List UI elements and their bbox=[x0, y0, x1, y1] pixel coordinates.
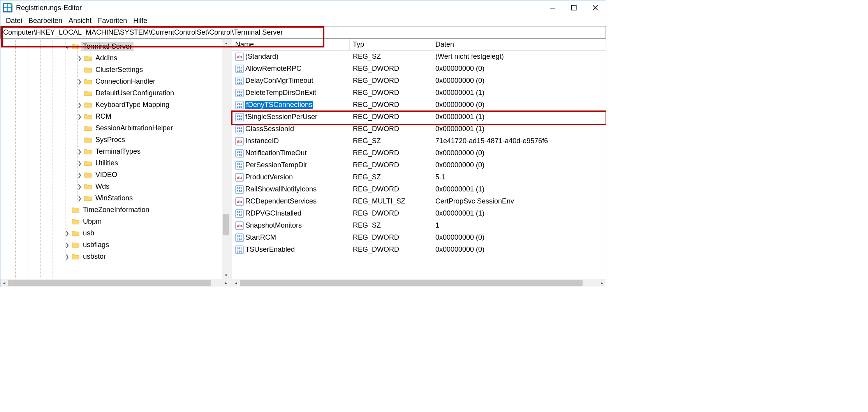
tree-item[interactable]: VIDEO bbox=[0, 169, 222, 181]
value-row[interactable]: GlassSessionIdREG_DWORD0x00000001 (1) bbox=[232, 123, 606, 135]
tree-item[interactable]: AddIns bbox=[0, 52, 222, 64]
tree-item[interactable]: SessionArbitrationHelper bbox=[0, 122, 222, 134]
scroll-left-icon[interactable]: ◂ bbox=[0, 279, 8, 287]
expander-icon[interactable] bbox=[75, 160, 84, 166]
value-name: AllowRemoteRPC bbox=[245, 65, 301, 73]
expander-icon[interactable] bbox=[75, 149, 84, 154]
values-horizontal-scrollbar[interactable]: ◂ ▸ bbox=[232, 279, 606, 287]
value-name: TSUserEnabled bbox=[245, 245, 295, 254]
tree-item[interactable]: ClusterSettings bbox=[0, 64, 222, 75]
folder-icon bbox=[71, 252, 80, 260]
expander-icon[interactable] bbox=[63, 230, 71, 236]
value-row[interactable]: RCDependentServicesREG_MULTI_SZCertPropS… bbox=[232, 195, 606, 207]
tree-item[interactable]: usb bbox=[0, 227, 222, 239]
tree-item[interactable]: TerminalTypes bbox=[0, 146, 222, 157]
scroll-left-icon[interactable]: ◂ bbox=[232, 279, 240, 287]
value-row[interactable]: TSUserEnabledREG_DWORD0x00000000 (0) bbox=[232, 244, 606, 256]
scroll-down-icon[interactable]: ▾ bbox=[222, 271, 230, 279]
menu-help[interactable]: Hilfe bbox=[130, 16, 150, 26]
tree-item[interactable]: TimeZoneInformation bbox=[0, 204, 222, 216]
value-row[interactable]: NotificationTimeOutREG_DWORD0x00000000 (… bbox=[232, 147, 606, 159]
tree-item[interactable]: usbstor bbox=[0, 251, 222, 262]
tree-item-label: SysProcs bbox=[94, 135, 127, 144]
value-type: REG_DWORD bbox=[350, 245, 432, 254]
value-type: REG_DWORD bbox=[350, 161, 432, 169]
tree-item[interactable]: Ubpm bbox=[0, 216, 222, 227]
value-row[interactable]: RailShowallNotifyIconsREG_DWORD0x0000000… bbox=[232, 183, 606, 195]
column-header-type[interactable]: Typ bbox=[350, 39, 432, 50]
value-row[interactable]: fSingleSessionPerUserREG_DWORD0x00000001… bbox=[232, 111, 606, 123]
expander-icon[interactable] bbox=[75, 55, 84, 61]
value-row[interactable]: InstanceIDREG_SZ71e41720-ad15-4871-a40d-… bbox=[232, 135, 606, 147]
value-data: 0x00000000 (0) bbox=[432, 77, 606, 85]
expander-icon[interactable] bbox=[63, 254, 71, 259]
content-area: Terminal ServerAddInsClusterSettingsConn… bbox=[0, 39, 606, 287]
value-name: GlassSessionId bbox=[245, 125, 294, 133]
scroll-right-icon[interactable]: ▸ bbox=[598, 279, 606, 287]
expander-icon[interactable] bbox=[75, 79, 84, 84]
maximize-button[interactable] bbox=[563, 0, 585, 15]
tree-item[interactable]: Terminal Server bbox=[0, 40, 222, 52]
expander-icon[interactable] bbox=[75, 195, 84, 201]
scroll-thumb[interactable] bbox=[223, 214, 229, 235]
tree-horizontal-scrollbar[interactable]: ◂ ▸ bbox=[0, 279, 230, 287]
value-row[interactable]: fDenyTSConnectionsREG_DWORD0x00000000 (0… bbox=[232, 99, 606, 111]
value-name: fDenyTSConnections bbox=[245, 101, 313, 109]
close-button[interactable] bbox=[585, 0, 606, 15]
menu-file[interactable]: Datei bbox=[3, 16, 25, 26]
column-header-data[interactable]: Daten bbox=[432, 39, 606, 50]
values-header: Name Typ Daten bbox=[232, 39, 606, 51]
value-row[interactable]: ProductVersionREG_SZ5.1 bbox=[232, 171, 606, 183]
value-row[interactable]: PerSessionTempDirREG_DWORD0x00000000 (0) bbox=[232, 159, 606, 171]
minimize-button[interactable] bbox=[542, 0, 563, 15]
folder-icon bbox=[71, 206, 80, 214]
menu-favorites[interactable]: Favoriten bbox=[95, 16, 130, 26]
tree-item-label: AddIns bbox=[94, 54, 119, 63]
folder-icon bbox=[84, 54, 92, 62]
reg-sz-icon bbox=[235, 173, 244, 182]
tree-item[interactable]: RCM bbox=[0, 110, 222, 122]
tree-item[interactable]: DefaultUserConfiguration bbox=[0, 87, 222, 99]
value-row[interactable]: DeleteTempDirsOnExitREG_DWORD0x00000001 … bbox=[232, 87, 606, 99]
scroll-up-icon[interactable]: ▴ bbox=[222, 39, 230, 47]
value-row[interactable]: AllowRemoteRPCREG_DWORD0x00000000 (0) bbox=[232, 63, 606, 75]
expander-icon[interactable] bbox=[75, 102, 84, 108]
tree-item[interactable]: WinStations bbox=[0, 192, 222, 204]
tree-item[interactable]: Wds bbox=[0, 181, 222, 192]
value-name: NotificationTimeOut bbox=[245, 149, 306, 157]
address-input[interactable] bbox=[0, 26, 606, 39]
scroll-thumb[interactable] bbox=[240, 280, 583, 286]
value-row[interactable]: SnapshotMonitorsREG_SZ1 bbox=[232, 219, 606, 231]
tree-item[interactable]: usbflags bbox=[0, 239, 222, 251]
value-row[interactable]: (Standard)REG_SZ(Wert nicht festgelegt) bbox=[232, 51, 606, 63]
scroll-right-icon[interactable]: ▸ bbox=[222, 279, 230, 287]
tree[interactable]: Terminal ServerAddInsClusterSettingsConn… bbox=[0, 39, 222, 262]
value-data: 0x00000001 (1) bbox=[432, 125, 606, 133]
expander-icon[interactable] bbox=[63, 242, 71, 248]
value-row[interactable]: DelayConMgrTimeoutREG_DWORD0x00000000 (0… bbox=[232, 75, 606, 87]
registry-editor-window: Registrierungs-Editor Datei Bearbeiten A… bbox=[0, 0, 606, 287]
tree-item[interactable]: ConnectionHandler bbox=[0, 75, 222, 87]
value-type: REG_DWORD bbox=[350, 125, 432, 133]
tree-vertical-scrollbar[interactable]: ▴ ▾ bbox=[222, 39, 230, 279]
values-list[interactable]: (Standard)REG_SZ(Wert nicht festgelegt)A… bbox=[232, 51, 606, 279]
value-row[interactable]: StartRCMREG_DWORD0x00000000 (0) bbox=[232, 231, 606, 244]
value-data: 1 bbox=[432, 221, 606, 230]
expander-icon[interactable] bbox=[75, 172, 84, 178]
tree-item[interactable]: Utilities bbox=[0, 157, 222, 169]
tree-item-label: usbstor bbox=[81, 252, 107, 261]
menu-view[interactable]: Ansicht bbox=[65, 16, 95, 26]
value-data: 5.1 bbox=[432, 173, 606, 181]
tree-item[interactable]: KeyboardType Mapping bbox=[0, 99, 222, 110]
folder-icon bbox=[84, 171, 92, 179]
tree-item[interactable]: SysProcs bbox=[0, 134, 222, 146]
value-row[interactable]: RDPVGCInstalledREG_DWORD0x00000001 (1) bbox=[232, 207, 606, 219]
expander-icon[interactable] bbox=[75, 114, 84, 119]
folder-icon bbox=[84, 136, 92, 144]
column-header-name[interactable]: Name bbox=[232, 39, 350, 50]
expander-icon[interactable] bbox=[63, 44, 71, 49]
value-type: REG_DWORD bbox=[350, 113, 432, 121]
expander-icon[interactable] bbox=[75, 184, 84, 189]
scroll-thumb[interactable] bbox=[8, 280, 211, 286]
menu-edit[interactable]: Bearbeiten bbox=[25, 16, 65, 26]
